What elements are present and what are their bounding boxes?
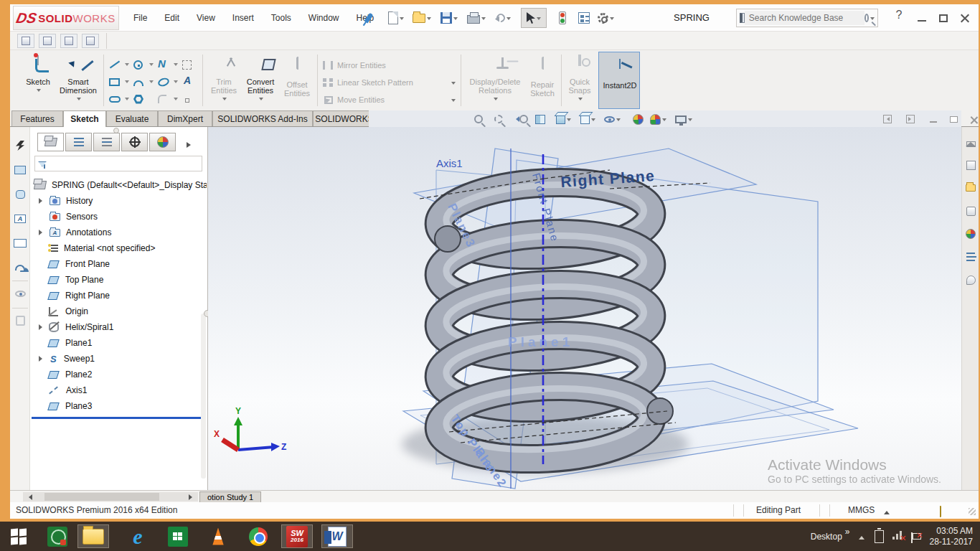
people-icon[interactable]: [13, 260, 27, 275]
graphics-viewport[interactable]: Axis1 Right Plane Front Plane Plane3 Pla…: [208, 127, 961, 491]
scroll-right-icon[interactable]: [189, 494, 195, 500]
display-style-icon[interactable]: [578, 112, 597, 126]
help-button[interactable]: ?: [890, 7, 908, 23]
performance-icon[interactable]: [82, 34, 99, 48]
tree-root-part[interactable]: SPRING (Default<<Default>_Display Sta: [30, 177, 207, 193]
show-hidden-icons[interactable]: [859, 533, 864, 540]
new-document-button[interactable]: [386, 8, 406, 28]
tree-item-right-plane[interactable]: Right Plane: [30, 288, 207, 303]
tab-sketch[interactable]: Sketch: [63, 110, 106, 127]
clock[interactable]: 03:05 AM 28-11-2017: [930, 526, 974, 547]
menu-window[interactable]: Window: [300, 13, 348, 23]
scrollbar-thumb[interactable]: [44, 493, 159, 501]
tag-icon[interactable]: [940, 506, 941, 517]
motion-study-tab[interactable]: otion Study 1: [199, 491, 261, 503]
save-button[interactable]: [439, 8, 459, 28]
point-tool-icon[interactable]: [185, 95, 199, 106]
search-input[interactable]: [745, 11, 864, 25]
selection-box-icon[interactable]: [182, 59, 197, 70]
zoom-area-icon[interactable]: [489, 112, 508, 126]
smart-dimension-button[interactable]: Smart Dimension: [56, 56, 100, 103]
snap-grid-icon[interactable]: [17, 34, 34, 48]
view-palette-icon[interactable]: [964, 204, 977, 217]
doc-close-icon[interactable]: [966, 113, 980, 126]
doc-restore-icon[interactable]: [946, 113, 961, 126]
section-view-icon[interactable]: [531, 112, 550, 126]
text-tool-icon[interactable]: A: [184, 75, 198, 86]
status-units[interactable]: MMGS: [848, 505, 875, 515]
ellipse-tool-icon[interactable]: [158, 76, 172, 88]
eye-plus-icon[interactable]: [13, 286, 27, 301]
file-explorer-taskbar-icon[interactable]: [77, 524, 109, 548]
tab-overflow-arrow-icon[interactable]: [187, 142, 194, 148]
minimize-button[interactable]: [913, 10, 931, 26]
units-caret-icon[interactable]: [884, 508, 890, 514]
menu-insert[interactable]: Insert: [224, 13, 263, 23]
dimxpert-manager-tab[interactable]: [121, 133, 148, 151]
tree-item-helix-spiral1[interactable]: Helix/Spiral1: [30, 319, 207, 335]
previous-view-icon[interactable]: [509, 112, 528, 126]
select-check-icon[interactable]: [39, 34, 56, 48]
tree-item-material[interactable]: Material <not specified>: [30, 240, 207, 256]
tab-features[interactable]: Features: [11, 110, 63, 126]
network-icon[interactable]: ✕: [892, 532, 904, 542]
resize-grip[interactable]: [969, 508, 976, 515]
doc-minimize-icon[interactable]: [925, 113, 941, 126]
tab-solidworks-addins[interactable]: SOLIDWORKS Add-Ins: [212, 110, 313, 126]
tree-item-sweep1[interactable]: SSweep1: [30, 351, 207, 367]
tree-item-history[interactable]: History: [30, 193, 207, 209]
circle-tool-icon[interactable]: [133, 59, 148, 70]
chrome-icon[interactable]: [242, 524, 274, 548]
search-icon[interactable]: [864, 14, 869, 22]
rollback-bar[interactable]: [32, 417, 205, 419]
fillet-tool-icon[interactable]: [158, 93, 172, 105]
menu-tools[interactable]: Tools: [263, 13, 300, 23]
tree-item-plane2[interactable]: Plane2: [30, 367, 207, 382]
tree-scrollbar[interactable]: [201, 314, 206, 479]
tab-dimxpert[interactable]: DimXpert: [158, 110, 212, 126]
document-properties-icon[interactable]: [60, 34, 77, 48]
maximize-button[interactable]: [934, 10, 953, 26]
dimension-circle-icon[interactable]: [13, 187, 27, 202]
tree-item-plane3[interactable]: Plane3: [30, 398, 207, 414]
display-manager-tab[interactable]: [149, 133, 176, 151]
home-icon[interactable]: [964, 136, 977, 149]
forum-icon[interactable]: [964, 273, 977, 286]
sketch-button[interactable]: Sketch: [20, 56, 56, 94]
pin-icon[interactable]: [359, 8, 379, 28]
arc-tool-icon[interactable]: [133, 77, 148, 89]
hide-show-items-icon[interactable]: [603, 112, 621, 126]
start-button[interactable]: [3, 524, 34, 548]
menu-view[interactable]: View: [188, 13, 224, 23]
menu-file[interactable]: File: [125, 13, 156, 23]
tree-item-plane1[interactable]: Plane1: [30, 335, 207, 351]
view-orientation-icon[interactable]: [554, 112, 573, 126]
settings-gear-icon[interactable]: [595, 8, 616, 28]
apply-scene-icon[interactable]: [649, 112, 667, 126]
rebuild-traffic-light-icon[interactable]: [552, 8, 573, 28]
solidworks-taskbar-icon[interactable]: SW2016: [281, 524, 313, 548]
tree-item-top-plane[interactable]: Top Plane: [30, 272, 207, 288]
select-tool-button[interactable]: [521, 8, 547, 28]
custom-properties-icon[interactable]: [964, 250, 977, 263]
dimension-display-icon[interactable]: [13, 236, 27, 250]
close-button[interactable]: [956, 10, 974, 26]
tree-item-front-plane[interactable]: Front Plane: [30, 256, 207, 272]
spline-tool-icon[interactable]: N: [158, 57, 172, 69]
edit-appearance-icon[interactable]: [628, 112, 647, 126]
tree-item-sensors[interactable]: Sensors: [30, 209, 207, 225]
internet-explorer-icon[interactable]: e: [122, 524, 154, 548]
line-tool-icon[interactable]: [109, 59, 123, 70]
appearances-icon[interactable]: [964, 227, 977, 240]
tab-evaluate[interactable]: Evaluate: [106, 110, 158, 126]
tree-item-origin[interactable]: Origin: [30, 303, 207, 319]
green-globe-app-icon[interactable]: [42, 524, 73, 548]
scroll-left-icon[interactable]: [26, 494, 32, 500]
toolbar-chevrons[interactable]: »: [845, 527, 850, 537]
view-settings-icon[interactable]: [674, 112, 693, 126]
horizontal-scrollbar[interactable]: [23, 492, 198, 501]
zoom-fit-icon[interactable]: [469, 112, 488, 126]
options-list-icon[interactable]: [574, 8, 594, 28]
instant2d-button[interactable]: Instant2D: [598, 52, 640, 109]
design-library-icon[interactable]: [964, 159, 977, 171]
